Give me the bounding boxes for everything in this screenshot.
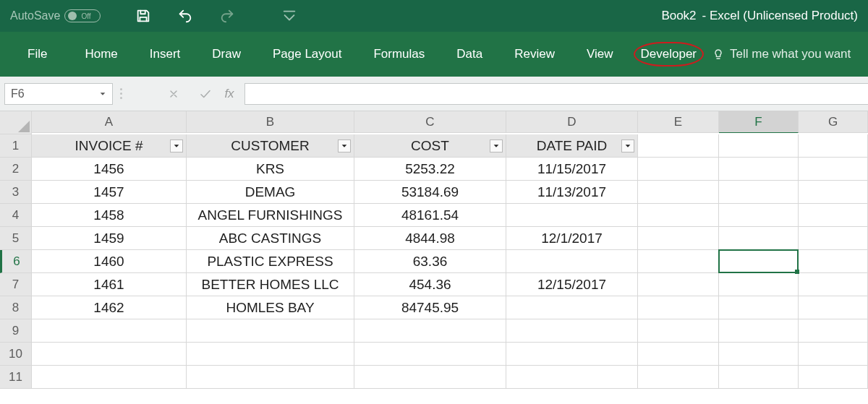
col-header-e[interactable]: E: [638, 111, 719, 133]
cell-e2[interactable]: [638, 158, 719, 181]
col-header-b[interactable]: B: [187, 111, 354, 133]
cell-d2[interactable]: 11/15/2017: [506, 158, 638, 181]
cell-d6[interactable]: [506, 250, 638, 273]
cell-c11[interactable]: [354, 366, 506, 389]
chevron-down-icon[interactable]: [99, 90, 106, 98]
tab-review[interactable]: Review: [498, 43, 571, 66]
cell-e5[interactable]: [638, 227, 719, 250]
filter-dropdown-icon[interactable]: [490, 139, 503, 152]
cell-a6[interactable]: 1460: [32, 250, 187, 273]
tab-insert[interactable]: Insert: [134, 43, 197, 66]
tell-me-search[interactable]: Tell me what you want: [712, 47, 851, 61]
cell-d8[interactable]: [506, 296, 638, 319]
accept-formula-icon[interactable]: [190, 82, 221, 106]
insert-function-button[interactable]: fx: [221, 82, 244, 106]
cell-g11[interactable]: [799, 366, 868, 389]
cell-f10[interactable]: [719, 343, 799, 366]
col-header-f[interactable]: F: [719, 111, 799, 133]
row-header-11[interactable]: 11: [0, 366, 32, 389]
cell-g1[interactable]: [799, 134, 868, 158]
row-header-9[interactable]: 9: [0, 319, 32, 343]
formula-bar-input[interactable]: [244, 83, 868, 105]
undo-icon[interactable]: [177, 8, 193, 24]
cell-d3[interactable]: 11/13/2017: [506, 181, 638, 204]
cell-a3[interactable]: 1457: [32, 181, 187, 204]
cell-g2[interactable]: [799, 158, 868, 181]
cell-d9[interactable]: [506, 319, 638, 343]
filter-dropdown-icon[interactable]: [170, 139, 183, 152]
row-header-7[interactable]: 7: [0, 273, 32, 296]
tab-data[interactable]: Data: [441, 43, 498, 66]
tab-view[interactable]: View: [571, 43, 629, 66]
cell-f3[interactable]: [719, 181, 799, 204]
cell-a11[interactable]: [32, 366, 187, 389]
cell-c5[interactable]: 4844.98: [354, 227, 506, 250]
cell-f4[interactable]: [719, 204, 799, 227]
cell-f5[interactable]: [719, 227, 799, 250]
row-header-10[interactable]: 10: [0, 343, 32, 366]
cell-a8[interactable]: 1462: [32, 296, 187, 319]
fill-handle[interactable]: [795, 270, 799, 274]
cell-b1[interactable]: CUSTOMER: [187, 134, 354, 158]
cell-b11[interactable]: [187, 366, 354, 389]
cell-b6[interactable]: PLASTIC EXPRESS: [187, 250, 354, 273]
qat-customize-icon[interactable]: [281, 8, 297, 24]
cell-a10[interactable]: [32, 343, 187, 366]
cell-g7[interactable]: [799, 273, 868, 296]
cell-a2[interactable]: 1456: [32, 158, 187, 181]
cell-a7[interactable]: 1461: [32, 273, 187, 296]
cell-e10[interactable]: [638, 343, 719, 366]
select-all-corner[interactable]: [0, 111, 32, 134]
cell-e6[interactable]: [638, 250, 719, 273]
cell-d1[interactable]: DATE PAID: [506, 134, 638, 158]
tab-formulas[interactable]: Formulas: [357, 43, 441, 66]
cell-f2[interactable]: [719, 158, 799, 181]
tab-page-layout[interactable]: Page Layout: [257, 43, 357, 66]
row-header-2[interactable]: 2: [0, 158, 32, 181]
cell-g8[interactable]: [799, 296, 868, 319]
cell-e11[interactable]: [638, 366, 719, 389]
cell-f1[interactable]: [719, 134, 799, 158]
cell-c6[interactable]: 63.36: [354, 250, 506, 273]
cell-e3[interactable]: [638, 181, 719, 204]
row-header-6[interactable]: 6: [0, 250, 32, 273]
cell-f9[interactable]: [719, 319, 799, 343]
cell-c10[interactable]: [354, 343, 506, 366]
cell-b4[interactable]: ANGEL FURNISHINGS: [187, 204, 354, 227]
cell-b10[interactable]: [187, 343, 354, 366]
cell-g3[interactable]: [799, 181, 868, 204]
cell-f6[interactable]: [719, 250, 799, 273]
cell-f8[interactable]: [719, 296, 799, 319]
cell-b9[interactable]: [187, 319, 354, 343]
cell-c9[interactable]: [354, 319, 506, 343]
tab-file[interactable]: File: [22, 43, 69, 66]
save-icon[interactable]: [135, 8, 151, 24]
cell-b3[interactable]: DEMAG: [187, 181, 354, 204]
row-header-1[interactable]: 1: [0, 134, 32, 158]
row-header-8[interactable]: 8: [0, 296, 32, 319]
cell-f11[interactable]: [719, 366, 799, 389]
cell-e4[interactable]: [638, 204, 719, 227]
cell-d11[interactable]: [506, 366, 638, 389]
cell-e9[interactable]: [638, 319, 719, 343]
tab-draw[interactable]: Draw: [196, 43, 257, 66]
tab-home[interactable]: Home: [69, 43, 133, 66]
cell-c1[interactable]: COST: [354, 134, 506, 158]
cell-b8[interactable]: HOMLES BAY: [187, 296, 354, 319]
cell-e1[interactable]: [638, 134, 719, 158]
spreadsheet-grid[interactable]: A B C D E F G 1 INVOICE # CUSTOMER COST …: [0, 111, 868, 389]
cell-a9[interactable]: [32, 319, 187, 343]
cell-a1[interactable]: INVOICE #: [32, 134, 187, 158]
col-header-d[interactable]: D: [506, 111, 638, 133]
name-box[interactable]: F6: [4, 83, 113, 105]
cell-b5[interactable]: ABC CASTINGS: [187, 227, 354, 250]
cell-g9[interactable]: [799, 319, 868, 343]
col-header-g[interactable]: G: [799, 111, 868, 133]
cell-d5[interactable]: 12/1/2017: [506, 227, 638, 250]
namebox-resize-handle[interactable]: [116, 82, 126, 106]
cell-c8[interactable]: 84745.95: [354, 296, 506, 319]
filter-dropdown-icon[interactable]: [621, 139, 634, 152]
cell-c4[interactable]: 48161.54: [354, 204, 506, 227]
cell-g4[interactable]: [799, 204, 868, 227]
tab-developer[interactable]: Developer: [641, 47, 697, 61]
